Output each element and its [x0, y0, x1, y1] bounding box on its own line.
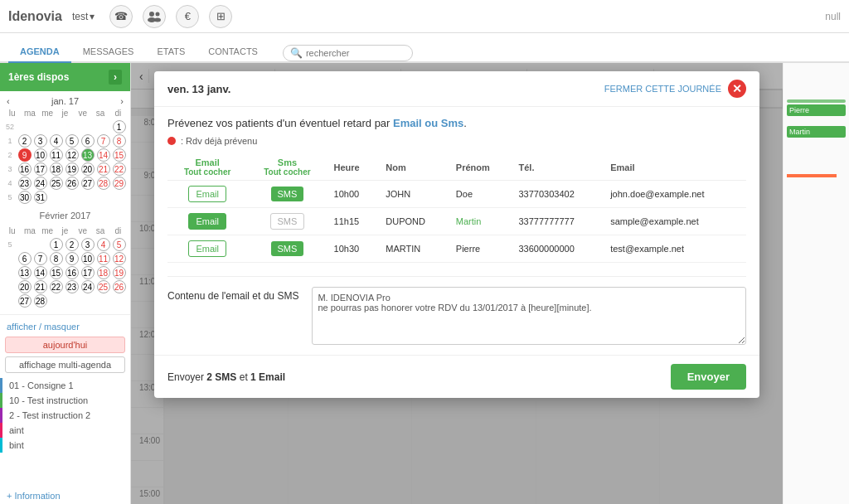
search-icon: 🔍 [290, 47, 303, 59]
modal-footer: Envoyer 2 SMS et 1 Email Envoyer [154, 355, 759, 398]
list-item-test[interactable]: 10 - Test instruction [0, 393, 130, 408]
multi-agenda-button[interactable]: affichage multi-agenda [5, 356, 125, 373]
modal-subtitle: Prévenez vos patients d'un éventuel reta… [167, 117, 746, 129]
email-cell: test@example.net [604, 235, 746, 263]
nav-tabs: AGENDA MESSAGES ETATS CONTACTS 🔍 [0, 33, 849, 63]
divider [0, 314, 130, 315]
footer-summary: Envoyer 2 SMS et 1 Email [167, 371, 285, 383]
item-label: 01 - Consigne 1 [9, 380, 74, 390]
tab-etats[interactable]: ETATS [145, 41, 196, 63]
tab-messages[interactable]: MESSAGES [71, 41, 146, 63]
svg-point-2 [156, 12, 160, 16]
list-item-test2[interactable]: 2 - Test instruction 2 [0, 408, 130, 423]
arrow-right-icon: › [109, 70, 122, 85]
modal-header: ven. 13 janv. FERMER CETTE JOURNÉE ✕ [154, 71, 759, 107]
table-row: Email SMS 11h15 DUPOND Martin 3377777777… [167, 208, 746, 235]
null-label: null [825, 11, 841, 22]
sms-col-header: Sms [278, 158, 297, 167]
list-item-consigne[interactable]: 01 - Consigne 1 [0, 378, 130, 393]
phone-icon[interactable]: ☎ [109, 5, 133, 28]
svg-point-3 [154, 17, 161, 22]
heure-cell: 10h30 [327, 235, 380, 263]
user-name: test [72, 11, 88, 22]
item-label: aint [9, 425, 24, 435]
email-header: Email [604, 154, 746, 181]
cal-week: 3 16 17 18 19 20 21 22 [3, 162, 127, 176]
table-header-row: Email Tout cocher Sms Tout cocher [167, 154, 746, 181]
event-item[interactable] [787, 99, 846, 103]
cal-next-btn[interactable]: › [120, 96, 124, 106]
topbar-actions: ☎ € ⊞ [109, 5, 232, 28]
chevron-down-icon: ▾ [90, 11, 95, 22]
tel-cell: 33777777777 [512, 208, 604, 235]
sms-button-john[interactable]: SMS [271, 187, 304, 201]
prenom-cell: Martin [449, 208, 512, 235]
legend-text: : Rdv déjà prévenu [181, 136, 257, 146]
sms-count: 2 SMS [206, 371, 236, 383]
cal-month-jan: jan. 17 [51, 96, 79, 106]
topbar: Idenovia test ▾ ☎ € ⊞ null [0, 0, 849, 33]
list-item-bint[interactable]: bint [0, 438, 130, 453]
item-label: 10 - Test instruction [9, 395, 88, 405]
event-item[interactable]: Martin [787, 126, 846, 138]
right-sidebar: Pierre Martin [783, 63, 849, 504]
tab-contacts[interactable]: CONTACTS [196, 41, 269, 63]
envoyer-button[interactable]: Envoyer [671, 364, 746, 390]
today-button[interactable]: aujourd'hui [5, 337, 125, 353]
message-section: Contenu de l'email et du SMS M. IDENOVIA… [167, 276, 746, 345]
email-button-john[interactable]: Email [188, 186, 226, 202]
main-area: 1ères dispos › ‹ jan. 17 › lu ma me je v… [0, 63, 849, 504]
cal-week: 5 1 2 3 4 5 [3, 238, 127, 251]
euro-icon[interactable]: € [176, 5, 199, 28]
list-item-aint[interactable]: aint [0, 423, 130, 438]
cal-week: 6 7 8 9 10 11 12 [3, 252, 127, 265]
cal-week: 2 9 10 11 12 13 14 15 [3, 148, 127, 162]
cal-week: 4 23 24 25 26 27 28 29 [3, 177, 127, 190]
user-menu[interactable]: test ▾ [72, 11, 95, 22]
people-icon[interactable] [143, 5, 166, 28]
modal-body: Prévenez vos patients d'un éventuel reta… [154, 107, 759, 355]
table-row: Email SMS 10h00 JOHN Doe 33770303402 joh… [167, 181, 746, 208]
tab-agenda[interactable]: AGENDA [8, 41, 71, 63]
sms-button-martin[interactable]: SMS [271, 241, 304, 256]
email-button-martin[interactable]: Email [188, 240, 226, 257]
tel-cell: 33600000000 [512, 235, 604, 263]
cal-weeks-feb: 5 1 2 3 4 5 6 7 8 9 10 11 12 [3, 238, 127, 308]
email-cell: sample@example.net [604, 208, 746, 235]
cal-prev-btn[interactable]: ‹ [7, 96, 10, 106]
event-item[interactable]: Pierre [787, 104, 846, 116]
nom-cell: DUPOND [379, 208, 449, 235]
email-tout-cocher[interactable]: Tout cocher [184, 167, 230, 177]
cal-week: 27 28 [3, 294, 127, 308]
svg-point-0 [149, 12, 154, 17]
app-logo: Idenovia [8, 9, 62, 24]
nom-cell: MARTIN [379, 235, 449, 263]
prenom-header: Prénom [449, 154, 512, 181]
heure-header: Heure [327, 154, 380, 181]
dispo-button[interactable]: 1ères dispos › [0, 63, 130, 91]
tel-cell: 33770303402 [512, 181, 604, 208]
tel-header: Tél. [512, 154, 604, 181]
sidebar-list: 01 - Consigne 1 10 - Test instruction 2 … [0, 378, 130, 487]
info-link[interactable]: + Information [0, 487, 130, 504]
email-col-header: Email [195, 158, 219, 167]
prenom-cell: Pierre [449, 235, 512, 263]
sms-button-dupond[interactable]: SMS [270, 213, 305, 230]
grid-icon[interactable]: ⊞ [209, 5, 232, 28]
fermer-journee-text[interactable]: FERMER CETTE JOURNÉE [604, 84, 721, 94]
email-cell: john.doe@example.net [604, 181, 746, 208]
message-textarea[interactable]: M. IDENOVIA Pro ne pourras pas honorer v… [312, 287, 746, 345]
cal-days-header: lu ma me je ve sa di [3, 108, 127, 119]
afficher-masquer-link[interactable]: afficher / masquer [0, 318, 130, 335]
email-button-dupond[interactable]: Email [188, 213, 226, 230]
patient-rows: Email SMS 10h00 JOHN Doe 33770303402 joh… [167, 181, 746, 263]
sms-tout-cocher[interactable]: Tout cocher [264, 167, 310, 177]
calendar-area: ‹ 9 lun. janv ≡ 10 mar. janv ≡ 11 mer. j… [131, 63, 783, 504]
search-input[interactable] [306, 48, 405, 58]
cal-week: 5 30 31 [3, 191, 127, 204]
modal-close-button[interactable]: ✕ [728, 80, 746, 98]
modal-overlay: ven. 13 janv. FERMER CETTE JOURNÉE ✕ Pré… [131, 63, 783, 504]
cal-week: 52 1 [3, 120, 127, 133]
search-box[interactable]: 🔍 [283, 45, 413, 61]
modal-date: ven. 13 janv. [167, 83, 230, 95]
